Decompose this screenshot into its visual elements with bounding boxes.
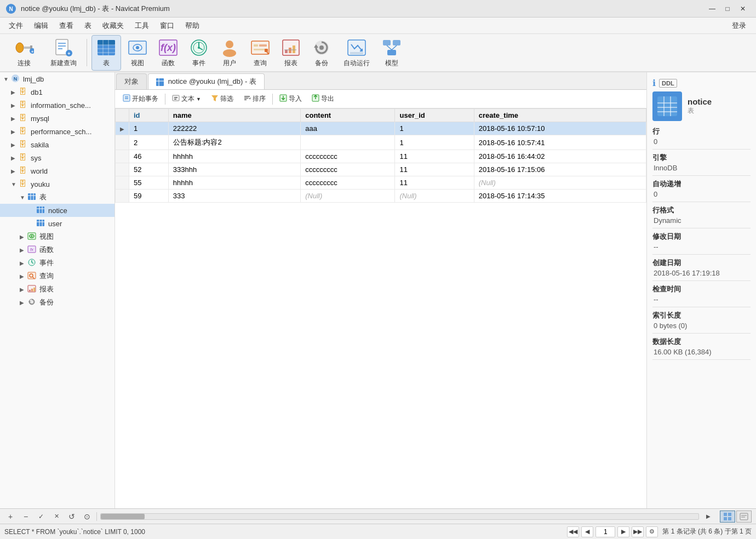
cell-create_time[interactable]: 2018-05-16 16:44:02: [474, 150, 646, 163]
sidebar-table-notice[interactable]: ▶ notice: [0, 204, 114, 217]
sort-button[interactable]: 排序: [239, 93, 270, 105]
toolbar-query[interactable]: 查询: [246, 36, 274, 70]
sidebar-tables-group[interactable]: ▼ 表: [0, 191, 114, 204]
toolbar-autorun[interactable]: 自动运行: [338, 36, 375, 70]
cell-user_id[interactable]: 11: [395, 150, 474, 163]
col-name[interactable]: name: [168, 109, 300, 122]
more-button[interactable]: ⊙: [81, 511, 93, 522]
maximize-button[interactable]: □: [720, 3, 735, 15]
sidebar-events-group[interactable]: ▶ 事件: [0, 256, 114, 270]
scroll-right-btn[interactable]: ▶: [702, 511, 714, 522]
sidebar-db-sys[interactable]: ▶ 🗄 sys: [0, 151, 114, 164]
menu-favorites[interactable]: 收藏夹: [97, 19, 129, 33]
cell-content[interactable]: ccccccccc: [301, 150, 395, 163]
sidebar-db-information[interactable]: ▶ 🗄 information_sche...: [0, 99, 114, 112]
sidebar-backups-group[interactable]: ▶ 备份: [0, 296, 114, 309]
menu-table[interactable]: 表: [79, 19, 97, 33]
cell-user_id[interactable]: 11: [395, 163, 474, 176]
table-area[interactable]: id name content user_id create_time 1222…: [115, 108, 646, 508]
cell-id[interactable]: 1: [129, 122, 169, 135]
table-row[interactable]: 52333hhhccccccccc112018-05-16 17:15:06: [116, 163, 646, 176]
col-content[interactable]: content: [301, 109, 395, 122]
add-row-button[interactable]: +: [4, 511, 16, 522]
cell-create_time[interactable]: 2018-05-16 10:57:10: [474, 122, 646, 135]
table-row[interactable]: 2公告标题:内容212018-05-16 10:57:41: [116, 135, 646, 150]
scrollbar-thumb[interactable]: [101, 514, 145, 519]
table-row[interactable]: 59333(Null)(Null)2018-05-16 17:14:35: [116, 190, 646, 203]
cell-user_id[interactable]: 11: [395, 176, 474, 190]
sidebar-connection[interactable]: ▼ N lmj_db: [0, 72, 114, 85]
cell-create_time[interactable]: 2018-05-16 17:14:35: [474, 190, 646, 203]
cell-name[interactable]: hhhhh: [168, 150, 300, 163]
toolbar-backup[interactable]: 备份: [307, 36, 336, 70]
sidebar-table-user[interactable]: ▶ user: [0, 217, 114, 230]
nav-settings-button[interactable]: ⚙: [646, 526, 658, 537]
cell-content[interactable]: [301, 135, 395, 150]
table-row[interactable]: 55hhhhhccccccccc11(Null): [116, 176, 646, 190]
menu-file[interactable]: 文件: [3, 19, 28, 33]
cell-content[interactable]: ccccccccc: [301, 163, 395, 176]
sidebar-db-db1[interactable]: ▶ 🗄 db1: [0, 85, 114, 99]
nav-next-button[interactable]: ▶: [617, 526, 629, 537]
cell-create_time[interactable]: 2018-05-16 17:15:06: [474, 163, 646, 176]
cell-name[interactable]: hhhhh: [168, 176, 300, 190]
cell-name[interactable]: 333: [168, 190, 300, 203]
ddl-button[interactable]: DDL: [659, 79, 677, 88]
menu-edit[interactable]: 编辑: [28, 19, 54, 33]
minimize-button[interactable]: —: [705, 3, 720, 15]
cell-create_time[interactable]: (Null): [474, 176, 646, 190]
cell-id[interactable]: 52: [129, 163, 169, 176]
menu-window[interactable]: 窗口: [154, 19, 180, 33]
menu-help[interactable]: 帮助: [180, 19, 205, 33]
begin-transaction-button[interactable]: 开始事务: [118, 93, 163, 105]
nav-prev-button[interactable]: ◀: [581, 526, 593, 537]
tab-notice-table[interactable]: notice @youku (lmj_db) - 表: [148, 73, 265, 89]
sidebar-db-performance[interactable]: ▶ 🗄 performance_sch...: [0, 125, 114, 138]
toolbar-event[interactable]: 事件: [185, 36, 213, 70]
cell-user_id[interactable]: 1: [395, 135, 474, 150]
close-button[interactable]: ✕: [735, 3, 751, 15]
sidebar-functions-group[interactable]: ▶ fx 函数: [0, 243, 114, 256]
nav-last-button[interactable]: ▶▶: [632, 526, 644, 537]
confirm-button[interactable]: ✓: [35, 511, 47, 522]
cell-user_id[interactable]: (Null): [395, 190, 474, 203]
login-button[interactable]: 登录: [725, 20, 753, 32]
cell-name[interactable]: 222222: [168, 122, 300, 135]
info-button[interactable]: ℹ: [652, 78, 656, 88]
import-button[interactable]: 导入: [275, 93, 306, 105]
toolbar-connect[interactable]: + 连接: [5, 36, 43, 70]
cell-content[interactable]: ccccccccc: [301, 176, 395, 190]
grid-view-button[interactable]: [720, 511, 735, 523]
horizontal-scrollbar[interactable]: [100, 513, 699, 520]
table-row[interactable]: 46hhhhhccccccccc112018-05-16 16:44:02: [116, 150, 646, 163]
form-view-button[interactable]: [736, 511, 752, 523]
cell-user_id[interactable]: 1: [395, 122, 474, 135]
cell-id[interactable]: 59: [129, 190, 169, 203]
cell-create_time[interactable]: 2018-05-16 10:57:41: [474, 135, 646, 150]
sidebar-reports-group[interactable]: ▶ 报表: [0, 283, 114, 296]
export-button[interactable]: 导出: [307, 93, 339, 105]
table-row[interactable]: 1222222aaa12018-05-16 10:57:10: [116, 122, 646, 135]
menu-tools[interactable]: 工具: [129, 19, 154, 33]
toolbar-new-query[interactable]: + 新建查询: [45, 36, 82, 70]
sidebar-db-world[interactable]: ▶ 🗄 world: [0, 164, 114, 177]
menu-view[interactable]: 查看: [54, 19, 79, 33]
nav-first-button[interactable]: ◀◀: [567, 526, 579, 537]
cell-id[interactable]: 2: [129, 135, 169, 150]
cell-content[interactable]: (Null): [301, 190, 395, 203]
toolbar-user[interactable]: 用户: [215, 36, 244, 70]
toolbar-function[interactable]: f(x) 函数: [154, 36, 182, 70]
tab-objects[interactable]: 对象: [116, 73, 147, 89]
toolbar-view[interactable]: 视图: [123, 36, 152, 70]
sidebar-db-sakila[interactable]: ▶ 🗄 sakila: [0, 138, 114, 151]
toolbar-report[interactable]: 报表: [277, 36, 305, 70]
cell-id[interactable]: 46: [129, 150, 169, 163]
text-button[interactable]: 文本 ▼: [168, 93, 205, 105]
col-user-id[interactable]: user_id: [395, 109, 474, 122]
toolbar-model[interactable]: 模型: [377, 36, 406, 70]
col-create-time[interactable]: create_time: [474, 109, 646, 122]
refresh-button[interactable]: ↺: [66, 511, 78, 522]
sidebar-queries-group[interactable]: ▶ 查询: [0, 270, 114, 283]
remove-row-button[interactable]: −: [20, 511, 32, 522]
sidebar-db-mysql[interactable]: ▶ 🗄 mysql: [0, 112, 114, 125]
